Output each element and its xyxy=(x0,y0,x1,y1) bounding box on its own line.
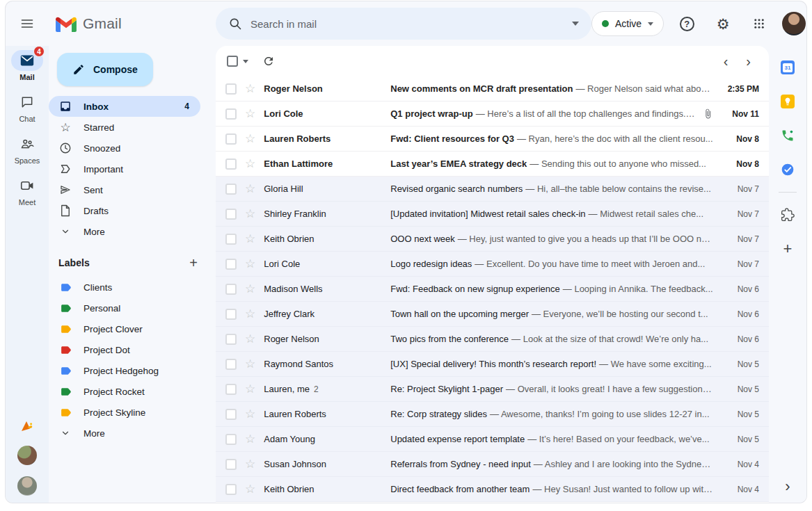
email-row[interactable]: ☆ Adam Young Updated expense report temp… xyxy=(216,427,769,452)
sidebar-labels-more[interactable]: More xyxy=(49,423,200,444)
create-label-button[interactable]: + xyxy=(189,256,198,270)
get-addons-button[interactable] xyxy=(780,207,795,222)
email-row[interactable]: ☆ Lori Cole Logo redesign ideas— Excelle… xyxy=(216,252,769,277)
star-icon[interactable]: ☆ xyxy=(245,433,255,445)
email-date: Nov 7 xyxy=(720,259,759,269)
main-menu-button[interactable] xyxy=(13,10,41,38)
search-input[interactable] xyxy=(250,18,564,30)
email-checkbox[interactable] xyxy=(225,409,237,420)
search-options-icon[interactable] xyxy=(572,22,579,26)
calendar-button[interactable]: 31 xyxy=(780,60,795,75)
star-icon[interactable]: ☆ xyxy=(245,83,255,95)
star-icon[interactable]: ☆ xyxy=(245,333,255,345)
email-row[interactable]: ☆ Keith Obrien OOO next week— Hey, just … xyxy=(216,227,769,252)
sidebar-item-important[interactable]: Important xyxy=(49,159,200,179)
star-icon[interactable]: ☆ xyxy=(245,258,255,270)
sidebar-item-drafts[interactable]: Drafts xyxy=(49,200,200,221)
label-name: Project Hedgehog xyxy=(83,366,159,376)
star-icon[interactable]: ☆ xyxy=(245,408,255,420)
email-row[interactable]: ☆ Keith Obrien Direct feedback from anot… xyxy=(216,477,769,502)
add-side-panel-app-button[interactable]: + xyxy=(783,241,793,257)
email-checkbox[interactable] xyxy=(225,384,237,395)
help-button[interactable]: ? xyxy=(674,10,700,37)
sidebar-label-item[interactable]: Project Hedgehog xyxy=(49,360,200,381)
email-checkbox[interactable] xyxy=(225,209,237,220)
company-logo[interactable] xyxy=(19,418,35,435)
sidebar-label-item[interactable]: Project Clover xyxy=(49,318,200,339)
email-checkbox[interactable] xyxy=(225,83,237,95)
prev-page-button[interactable]: ‹ xyxy=(724,54,729,68)
star-icon[interactable]: ☆ xyxy=(245,283,255,295)
email-row[interactable]: ☆ Gloria Hill Revised organic search num… xyxy=(216,177,769,202)
star-icon[interactable]: ☆ xyxy=(245,183,255,195)
keep-button[interactable] xyxy=(780,94,795,109)
star-icon[interactable]: ☆ xyxy=(245,383,255,395)
rail-item-meet[interactable]: Meet xyxy=(6,175,49,206)
email-checkbox[interactable] xyxy=(225,184,237,195)
refresh-button[interactable] xyxy=(262,55,275,67)
email-row[interactable]: ☆ Lori Cole Q1 project wrap-up— Here’s a… xyxy=(216,102,769,127)
email-row[interactable]: ☆ Madison Wells Fwd: Feedback on new sig… xyxy=(216,277,769,302)
email-row[interactable]: ☆ Lauren, me 2 Re: Project Skylight 1-pa… xyxy=(216,377,769,402)
email-checkbox[interactable] xyxy=(225,434,237,445)
email-row[interactable]: ☆ Roger Nelson New comments on MCR draft… xyxy=(216,76,769,102)
star-icon[interactable]: ☆ xyxy=(245,108,255,120)
email-checkbox[interactable] xyxy=(225,259,237,270)
email-row[interactable]: ☆ Ethan Lattimore Last year’s EMEA strat… xyxy=(216,152,769,177)
contact-avatar[interactable] xyxy=(17,446,37,465)
email-checkbox[interactable] xyxy=(225,108,237,120)
email-row[interactable]: ☆ Lauren Roberts Re: Corp strategy slide… xyxy=(216,402,769,427)
sidebar-item-more[interactable]: More xyxy=(49,221,200,242)
contact-avatar[interactable] xyxy=(17,476,37,496)
email-checkbox[interactable] xyxy=(225,484,237,495)
star-icon[interactable]: ☆ xyxy=(245,133,255,145)
email-checkbox[interactable] xyxy=(225,133,237,145)
email-row[interactable]: ☆ Lauren Roberts Fwd: Client resources f… xyxy=(216,127,769,152)
voice-button[interactable] xyxy=(780,128,795,143)
rail-item-chat[interactable]: Chat xyxy=(6,92,49,123)
email-checkbox[interactable] xyxy=(225,284,237,295)
sidebar-item-starred[interactable]: ☆ Starred xyxy=(49,117,200,138)
star-icon[interactable]: ☆ xyxy=(245,483,255,495)
star-icon[interactable]: ☆ xyxy=(245,358,255,370)
next-page-button[interactable]: › xyxy=(746,54,751,68)
google-apps-button[interactable] xyxy=(746,10,772,37)
search-bar[interactable] xyxy=(216,8,591,40)
sidebar-item-inbox[interactable]: Inbox 4 xyxy=(49,96,200,117)
star-icon[interactable]: ☆ xyxy=(245,308,255,320)
star-icon[interactable]: ☆ xyxy=(245,158,255,170)
sidebar-label-item[interactable]: Personal xyxy=(49,298,200,318)
sidebar-item-snoozed[interactable]: Snoozed xyxy=(49,138,200,159)
email-row[interactable]: ☆ Raymond Santos [UX] Special delivery! … xyxy=(216,352,769,377)
email-checkbox[interactable] xyxy=(225,459,237,470)
sidebar-label-item[interactable]: Clients xyxy=(49,277,200,298)
sidebar-label-item[interactable]: Project Dot xyxy=(49,339,200,360)
email-row[interactable]: ☆ Shirley Franklin [Updated invitation] … xyxy=(216,202,769,227)
rail-item-spaces[interactable]: Spaces xyxy=(6,133,49,165)
compose-button[interactable]: Compose xyxy=(57,53,153,86)
sidebar-label-item[interactable]: Project Skyline xyxy=(49,402,200,423)
email-row[interactable]: ☆ Roger Nelson Two pics from the confere… xyxy=(216,327,769,352)
settings-button[interactable]: ⚙ xyxy=(710,10,736,37)
email-checkbox[interactable] xyxy=(225,334,237,345)
side-panel-expand-button[interactable]: › xyxy=(785,478,790,495)
sidebar-label-item[interactable]: Project Rocket xyxy=(49,381,200,402)
email-row[interactable]: ☆ Susan Johnson Referrals from Sydney - … xyxy=(216,452,769,477)
email-checkbox[interactable] xyxy=(225,159,237,170)
tasks-button[interactable] xyxy=(780,162,795,177)
sent-icon xyxy=(58,184,72,196)
email-checkbox[interactable] xyxy=(225,359,237,370)
status-selector[interactable]: Active xyxy=(591,11,664,36)
email-row[interactable]: ☆ Jeffrey Clark Town hall on the upcomin… xyxy=(216,302,769,327)
star-icon[interactable]: ☆ xyxy=(245,208,255,220)
email-subject: Logo redesign ideas xyxy=(390,259,472,269)
star-icon[interactable]: ☆ xyxy=(245,458,255,470)
profile-avatar[interactable] xyxy=(782,12,806,35)
select-options-icon[interactable] xyxy=(243,60,248,63)
sidebar-item-sent[interactable]: Sent xyxy=(49,179,200,200)
email-checkbox[interactable] xyxy=(225,234,237,245)
rail-item-mail[interactable]: 4 Mail xyxy=(6,50,49,81)
email-checkbox[interactable] xyxy=(225,309,237,320)
select-all-checkbox[interactable] xyxy=(227,56,238,67)
star-icon[interactable]: ☆ xyxy=(245,233,255,245)
